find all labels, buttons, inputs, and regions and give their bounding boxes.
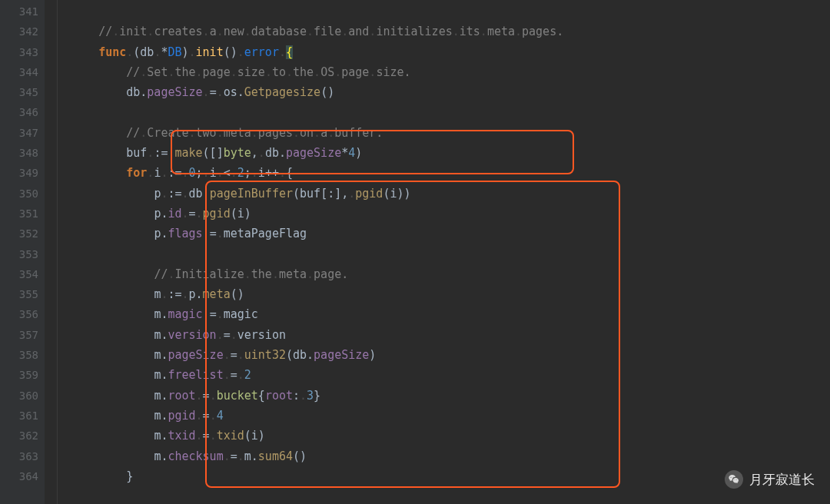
token-paren: )) xyxy=(397,187,410,201)
code-line[interactable]: p.:=.db.pageInBuffer(buf[:],.pgid(i)) xyxy=(71,184,830,204)
token-comment: Create xyxy=(147,126,188,140)
token-comment: the xyxy=(174,65,195,79)
token-op: . xyxy=(140,85,147,99)
token-comment: two xyxy=(196,126,217,140)
watermark-text: 月牙寂道长 xyxy=(749,471,815,489)
code-line[interactable] xyxy=(71,102,830,122)
token-comment: the xyxy=(293,65,314,79)
line-number: 353 xyxy=(0,244,38,264)
token-paren: ([] xyxy=(203,146,224,160)
token-ident: buf xyxy=(126,146,147,160)
token-ws: . xyxy=(182,207,189,220)
token-op: := xyxy=(154,146,168,160)
token-ws: . xyxy=(112,25,119,38)
token-comment: page xyxy=(203,65,231,79)
code-line[interactable]: //.Set.the.page.size.to.the.OS.page.size… xyxy=(71,62,830,82)
code-line[interactable]: m.version.=.version xyxy=(71,325,830,345)
token-paren: } xyxy=(314,389,320,403)
token-ws: . xyxy=(251,166,258,180)
line-number: 361 xyxy=(0,406,38,426)
token-ws: . xyxy=(480,25,487,38)
code-line[interactable]: db.pageSize.=.os.Getpagesize() xyxy=(71,82,830,102)
token-ident xyxy=(71,25,98,38)
code-line[interactable]: } xyxy=(71,466,830,486)
code-line[interactable]: p.flags.=.metaPageFlag xyxy=(71,224,830,244)
code-line[interactable]: buf.:=.make([]byte,.db.pageSize*4) xyxy=(71,143,830,163)
token-ws: . xyxy=(307,25,314,38)
token-struct: error xyxy=(244,45,279,59)
line-number: 346 xyxy=(0,102,38,122)
token-ws: . xyxy=(453,25,460,38)
token-comment: and xyxy=(348,25,369,38)
token-ws: . xyxy=(244,25,251,38)
token-ident xyxy=(71,166,126,180)
token-ident xyxy=(71,307,154,321)
code-line[interactable]: //.init.creates.a.new.database.file.and.… xyxy=(71,22,830,41)
token-ws: . xyxy=(224,348,231,362)
token-ws: . xyxy=(237,449,244,463)
token-ws: . xyxy=(515,25,522,38)
token-comment: page. xyxy=(314,267,348,281)
token-comment: meta xyxy=(279,267,307,281)
code-line[interactable]: m.freelist.=.2 xyxy=(71,365,830,385)
line-number: 352 xyxy=(0,224,38,244)
code-line[interactable]: //.Initialize.the.meta.page. xyxy=(71,264,830,284)
line-number: 354 xyxy=(0,264,38,284)
token-op: = xyxy=(203,429,210,443)
token-comment: size. xyxy=(376,65,410,79)
token-op: ; xyxy=(244,166,251,180)
token-ws: . xyxy=(251,126,258,140)
code-line[interactable] xyxy=(71,2,830,22)
code-line[interactable]: p.id.=.pgid(i) xyxy=(71,204,830,224)
token-paren: ) xyxy=(258,429,265,443)
token-op: ++ xyxy=(265,166,279,180)
token-num: 0 xyxy=(189,166,196,180)
token-ws: . xyxy=(126,45,133,59)
code-line[interactable]: func.(db.*DB).init().error.{ xyxy=(71,42,830,62)
token-comment: page xyxy=(341,65,369,79)
code-area[interactable]: //.init.creates.a.new.database.file.and.… xyxy=(71,0,830,504)
line-number: 358 xyxy=(0,345,38,365)
code-line[interactable]: m.txid.=.txid(i) xyxy=(71,426,830,446)
code-line[interactable]: for.i.:=.0;.i.<.2;.i++.{ xyxy=(71,163,830,183)
token-op: = xyxy=(189,207,196,220)
line-number: 355 xyxy=(0,284,38,304)
token-num: 2 xyxy=(237,166,244,180)
token-op: . xyxy=(307,348,314,362)
code-line[interactable]: m.:=.p.meta() xyxy=(71,284,830,304)
code-line[interactable]: m.checksum.=.m.sum64() xyxy=(71,446,830,466)
token-op: { xyxy=(286,166,293,180)
token-func: pgid xyxy=(355,187,383,201)
token-ws: . xyxy=(217,166,224,180)
code-line[interactable]: m.magic.=.magic xyxy=(71,304,830,324)
token-ws: . xyxy=(258,146,265,160)
indent-guide xyxy=(57,0,71,504)
token-op: := xyxy=(168,166,181,180)
line-number: 350 xyxy=(0,184,38,204)
line-number: 347 xyxy=(0,123,38,143)
token-ident: db xyxy=(189,187,203,201)
token-paren: () xyxy=(320,85,334,99)
code-line[interactable]: m.root.=.bucket{root:.3} xyxy=(71,386,830,406)
line-number: 341 xyxy=(0,2,38,22)
token-comment: // xyxy=(126,126,140,140)
token-ident xyxy=(71,85,126,99)
token-ident: i xyxy=(210,166,217,180)
code-line[interactable] xyxy=(71,244,830,264)
token-ident xyxy=(71,389,154,403)
token-field: flags xyxy=(168,227,202,240)
token-field: pageSize xyxy=(286,146,341,160)
token-ws: . xyxy=(203,166,210,180)
code-line[interactable]: //.Create.two.meta.pages.on.a.buffer. xyxy=(71,123,830,143)
code-editor[interactable]: 3413423433443453463473483493503513523533… xyxy=(0,0,830,504)
code-line[interactable]: m.pageSize.=.uint32(db.pageSize) xyxy=(71,345,830,365)
token-op: ; xyxy=(196,166,203,180)
line-number: 343 xyxy=(0,42,38,62)
token-ident xyxy=(71,287,154,301)
token-ident: i xyxy=(237,207,244,220)
token-bracematch: { xyxy=(286,45,293,59)
code-line[interactable]: m.pgid.=.4 xyxy=(71,406,830,426)
token-op: = xyxy=(231,348,237,362)
token-ws: . xyxy=(217,328,224,342)
token-ident: os xyxy=(224,85,237,99)
